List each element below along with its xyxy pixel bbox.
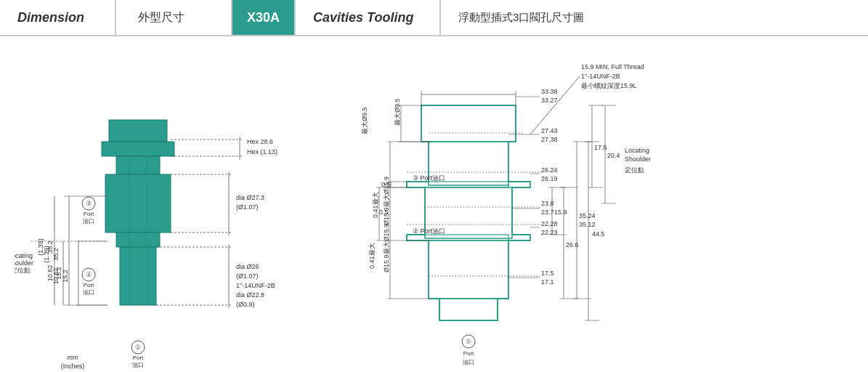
svg-text:①: ① (466, 338, 471, 345)
svg-text:33.27: 33.27 (541, 97, 558, 104)
svg-text:油口: 油口 (132, 362, 144, 368)
left-diagram-svg: Locating Shoulder 定位點 35.2 (1.39) 15.2 1… (15, 51, 320, 372)
svg-text:26.19: 26.19 (541, 175, 558, 182)
svg-text:Locating: Locating (625, 147, 649, 154)
svg-rect-13 (116, 232, 160, 247)
svg-rect-12 (105, 174, 171, 232)
left-diagram-section: Locating Shoulder 定位點 35.2 (1.39) 15.2 1… (0, 44, 320, 363)
svg-text:Ø15.9最大Ø15.9: Ø15.9最大Ø15.9 (383, 224, 390, 272)
svg-text:Hex (1.13): Hex (1.13) (247, 148, 277, 155)
svg-text:油口: 油口 (83, 218, 94, 225)
svg-text:27.38: 27.38 (541, 136, 558, 143)
svg-text:44.5: 44.5 (592, 230, 605, 238)
svg-rect-72 (407, 235, 508, 240)
svg-text:26.24: 26.24 (541, 166, 558, 174)
header-code: X30A (232, 0, 296, 35)
main-content: Locating Shoulder 定位點 35.2 (1.39) 15.2 1… (0, 36, 868, 371)
svg-text:油口: 油口 (463, 359, 474, 365)
svg-text:油口: 油口 (83, 289, 94, 296)
header-cavities: Cavities Tooling (296, 0, 441, 35)
svg-text:(Ø0.9): (Ø0.9) (236, 301, 255, 308)
svg-text:15.9: 15.9 (554, 209, 567, 216)
svg-text:最大Ø9.5: 最大Ø9.5 (361, 107, 368, 134)
svg-text:0.41最大: 0.41最大 (368, 243, 376, 269)
svg-text:15.9 MIN, Full Thread: 15.9 MIN, Full Thread (581, 63, 644, 70)
svg-text:最小螺紋深度15.9L: 最小螺紋深度15.9L (581, 82, 637, 89)
svg-text:Hex 28.6: Hex 28.6 (247, 138, 273, 145)
svg-text:(Ø1.07): (Ø1.07) (236, 272, 259, 280)
svg-text:Ø15.9最大Ø15.9: Ø15.9最大Ø15.9 (383, 177, 390, 225)
dimension-label: Dimension (17, 10, 84, 25)
svg-text:mm: mm (68, 354, 78, 361)
svg-text:②: ② (86, 271, 92, 278)
svg-text:22.28: 22.28 (541, 220, 558, 227)
svg-text:17.1: 17.1 (541, 278, 554, 286)
chinese-dimension-label: 外型尺寸 (138, 10, 184, 25)
svg-text:0.41最大: 0.41最大 (372, 192, 379, 218)
svg-text:Port: Port (133, 355, 144, 361)
svg-text:10.62: 10.62 (52, 268, 60, 285)
svg-rect-10 (102, 142, 174, 156)
svg-text:Locating: Locating (15, 252, 33, 259)
svg-text:(Ø1.07): (Ø1.07) (236, 203, 259, 211)
header-bar: Dimension 外型尺寸 X30A Cavities Tooling 浮動型… (0, 0, 868, 36)
svg-text:Shoulder: Shoulder (15, 259, 33, 267)
right-diagram-section: 15.9 MIN, Full Thread 1"-14UNF-2B 最小螺紋深度… (320, 44, 868, 363)
svg-text:(Inches): (Inches) (61, 363, 85, 370)
svg-text:② Port油口: ② Port油口 (413, 227, 445, 235)
svg-text:Port: Port (84, 282, 94, 288)
svg-text:1"-14UNF-2B: 1"-14UNF-2B (236, 282, 275, 289)
svg-text:①: ① (135, 344, 141, 351)
svg-text:22.23: 22.23 (541, 229, 558, 236)
svg-rect-70 (407, 182, 508, 187)
svg-text:dia Ø26: dia Ø26 (236, 263, 259, 270)
svg-rect-14 (120, 247, 156, 305)
svg-text:③: ③ (86, 200, 92, 207)
svg-rect-9 (109, 120, 167, 142)
svg-text:27.43: 27.43 (541, 127, 558, 134)
right-diagram-svg: 15.9 MIN, Full Thread 1"-14UNF-2B 最小螺紋深度… (334, 47, 784, 372)
svg-text:35.24: 35.24 (579, 212, 596, 219)
product-code: X30A (247, 10, 280, 25)
header-chinese-cav: 浮動型插式3口閥孔尺寸圖 (441, 0, 868, 35)
svg-text:35.12: 35.12 (579, 221, 596, 228)
svg-text:Port: Port (463, 350, 474, 357)
svg-text:20.4: 20.4 (607, 152, 620, 159)
svg-text:dia Ø22.8: dia Ø22.8 (236, 291, 264, 299)
svg-text:1"-14UNF-2B: 1"-14UNF-2B (581, 73, 620, 80)
chinese-cavities-label: 浮動型插式3口閥孔尺寸圖 (458, 11, 584, 25)
svg-rect-11 (116, 156, 160, 174)
header-chinese-dim: 外型尺寸 (116, 0, 232, 35)
svg-rect-74 (439, 299, 498, 320)
svg-text:33.38: 33.38 (541, 88, 558, 95)
svg-text:定位點: 定位點 (15, 267, 31, 274)
svg-text:35.2: 35.2 (52, 248, 60, 261)
svg-text:Port: Port (84, 211, 94, 217)
svg-text:17.5: 17.5 (541, 270, 554, 277)
svg-text:Shoulder: Shoulder (625, 155, 651, 163)
svg-text:最大Ø9.5: 最大Ø9.5 (394, 98, 401, 126)
svg-text:定位點: 定位點 (625, 166, 644, 174)
header-dimension: Dimension (0, 0, 116, 35)
cavities-label: Cavities Tooling (313, 10, 413, 25)
svg-text:③ Port油口: ③ Port油口 (413, 174, 445, 182)
svg-rect-73 (429, 240, 508, 299)
svg-text:(1.39): (1.39) (43, 246, 50, 263)
svg-line-63 (530, 76, 580, 134)
svg-text:15.2: 15.2 (62, 270, 69, 283)
svg-rect-68 (421, 105, 516, 142)
svg-text:dia Ø27.3: dia Ø27.3 (236, 194, 264, 201)
